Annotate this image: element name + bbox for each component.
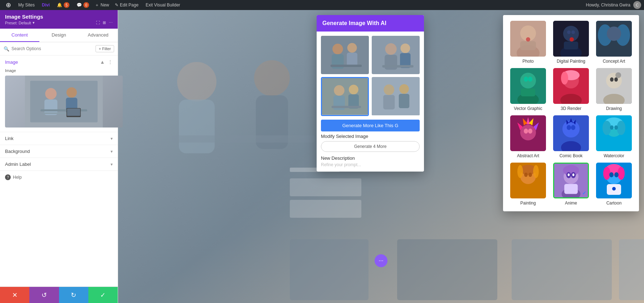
svg-point-95 xyxy=(567,125,571,130)
style-comic-book[interactable]: Comic Book xyxy=(552,115,590,158)
link-arrow-icon: ▾ xyxy=(111,136,113,141)
svg-rect-18 xyxy=(397,239,497,300)
tab-design[interactable]: Design xyxy=(39,29,79,42)
svg-point-39 xyxy=(349,85,358,95)
svg-point-124 xyxy=(603,167,610,180)
style-vector-graphic[interactable]: Vector Graphic xyxy=(509,68,547,111)
modal-title: Generate Image With AI xyxy=(322,20,418,27)
svg-point-55 xyxy=(571,30,575,34)
svg-point-58 xyxy=(570,37,574,42)
style-watercolor[interactable]: Watercolor xyxy=(595,115,633,158)
generated-image-4[interactable] xyxy=(372,77,420,116)
svg-point-66 xyxy=(524,77,528,82)
svg-rect-35 xyxy=(382,65,413,68)
svg-rect-57 xyxy=(564,42,578,49)
svg-rect-120 xyxy=(564,184,578,194)
help-label[interactable]: Help xyxy=(13,175,22,180)
style-cartoon[interactable]: Cartoon xyxy=(595,163,633,206)
filter-label: + Filter xyxy=(99,47,111,51)
svg-point-51 xyxy=(526,37,530,42)
tab-advanced[interactable]: Advanced xyxy=(78,29,118,42)
confirm-button[interactable]: ✓ xyxy=(88,287,118,303)
cancel-button[interactable]: ✕ xyxy=(0,287,29,303)
new-button[interactable]: ＋ New xyxy=(93,0,111,10)
image-section-title: Image xyxy=(5,59,18,65)
wp-logo-item[interactable]: ⊕ xyxy=(3,0,14,10)
svg-point-89 xyxy=(528,129,532,134)
new-label: New xyxy=(101,3,109,8)
style-concept-art[interactable]: Concept Art xyxy=(595,21,633,64)
section-collapse-icon[interactable]: ▲ xyxy=(100,59,105,65)
admin-label-section-header[interactable]: Admin Label ▾ xyxy=(0,158,118,170)
search-input[interactable] xyxy=(11,46,93,51)
svg-rect-42 xyxy=(372,77,420,115)
comments-item[interactable]: 💬 0 xyxy=(74,0,92,10)
svg-rect-22 xyxy=(290,178,361,196)
left-panel: Image Settings Preset: Default ▾ ⛶ ⊞ ⋯ C… xyxy=(0,10,118,303)
floating-dots-button[interactable]: ··· xyxy=(375,254,387,267)
svg-point-96 xyxy=(571,125,575,130)
generated-image-2[interactable] xyxy=(372,36,420,74)
image-section-header: Image ▲ ⋮ xyxy=(0,56,118,67)
svg-rect-16 xyxy=(172,135,315,143)
style-photo[interactable]: Photo xyxy=(509,21,547,64)
comic-book-thumb xyxy=(553,115,589,151)
style-abstract-art[interactable]: Abstract Art xyxy=(509,115,547,158)
panel-tabs: Content Design Advanced xyxy=(0,29,118,42)
generate-modal: Generate Image With AI xyxy=(317,15,424,172)
style-3d-render[interactable]: 3D Render xyxy=(552,68,590,111)
style-digital-painting[interactable]: Digital Painting xyxy=(552,21,590,64)
notifications-item[interactable]: 🔔 5 xyxy=(54,0,72,10)
svg-point-110 xyxy=(524,173,528,177)
link-section-header[interactable]: Link ▾ xyxy=(0,132,118,145)
generate-4-button[interactable]: Generate 4 More xyxy=(321,141,420,152)
svg-point-104 xyxy=(614,125,618,130)
more-icon[interactable]: ⋯ xyxy=(109,20,113,25)
svg-point-125 xyxy=(618,167,625,180)
search-bar: 🔍 + Filter xyxy=(0,42,118,56)
split-icon[interactable]: ⊞ xyxy=(103,20,106,25)
generated-image-3[interactable] xyxy=(321,77,369,116)
svg-rect-13 xyxy=(179,100,215,153)
svg-point-77 xyxy=(610,77,614,82)
modal-header: Generate Image With AI xyxy=(317,15,424,32)
style-painting[interactable]: Painting xyxy=(509,163,547,206)
style-drawing[interactable]: Drawing xyxy=(595,68,633,111)
svg-rect-50 xyxy=(520,41,536,50)
admin-bar: ⊕ My Sites Divi 🔔 5 💬 0 ＋ New ✎ Edit Pag… xyxy=(0,0,644,10)
generate-more-button[interactable]: Generate More Like This G xyxy=(321,120,420,131)
panel-preset[interactable]: Preset: Default ▾ ⛶ ⊞ ⋯ xyxy=(5,20,113,25)
user-info: Howdy, Christina Gwira C xyxy=(586,1,641,9)
help-footer: ? Help xyxy=(0,170,118,184)
generated-image-1[interactable] xyxy=(321,36,369,74)
svg-point-114 xyxy=(563,165,579,176)
anime-label: Anime xyxy=(565,201,577,206)
svg-point-37 xyxy=(334,85,344,96)
panel-header: Image Settings Preset: Default ▾ ⛶ ⊞ ⋯ xyxy=(0,10,118,29)
undo-button[interactable]: ↺ xyxy=(29,287,59,303)
exit-builder-item[interactable]: Exit Visual Builder xyxy=(143,0,183,10)
refine-prompt[interactable]: Refine your prompt... xyxy=(321,162,420,167)
svg-point-118 xyxy=(572,173,575,176)
image-preview[interactable] xyxy=(5,76,123,128)
fullscreen-icon[interactable]: ⛶ xyxy=(96,20,100,25)
redo-button[interactable]: ↻ xyxy=(59,287,88,303)
vector-graphic-label: Vector Graphic xyxy=(514,106,542,111)
filter-button[interactable]: + Filter xyxy=(96,45,114,52)
background-section-header[interactable]: Background ▾ xyxy=(0,145,118,158)
svg-rect-36 xyxy=(322,78,368,115)
photo-label: Photo xyxy=(522,59,533,64)
tab-content[interactable]: Content xyxy=(0,29,39,42)
style-anime[interactable]: ✓ Anime xyxy=(552,163,590,206)
divi-item[interactable]: Divi xyxy=(39,0,53,10)
my-sites-item[interactable]: My Sites xyxy=(15,0,38,10)
abstract-art-label: Abstract Art xyxy=(517,153,539,158)
section-menu-icon[interactable]: ⋮ xyxy=(108,59,113,65)
redo-icon: ↻ xyxy=(71,291,76,299)
panel-title: Image Settings xyxy=(5,14,113,20)
svg-point-79 xyxy=(615,72,621,78)
svg-point-25 xyxy=(332,44,343,54)
svg-point-103 xyxy=(610,125,614,130)
digital-painting-thumb xyxy=(553,21,589,57)
edit-page-item[interactable]: ✎ Edit Page xyxy=(112,0,141,10)
